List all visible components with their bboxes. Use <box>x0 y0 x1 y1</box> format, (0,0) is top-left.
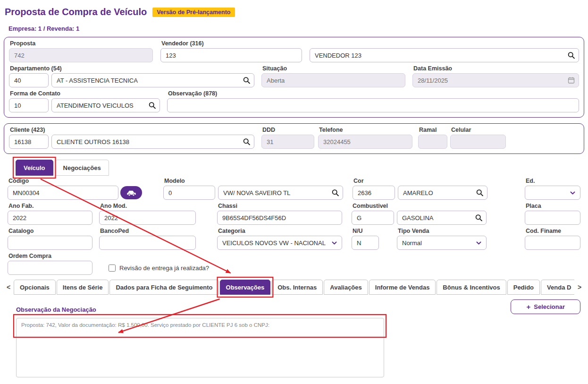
detail-tab-bonus-incentivos[interactable]: Bônus & Incentivos <box>437 280 506 295</box>
categoria-select[interactable]: VEICULOS NOVOS VW - NACIONAL <box>217 236 342 250</box>
detail-tab-itens-de-serie[interactable]: Itens de Série <box>57 280 109 295</box>
field-proposta: Proposta <box>9 40 153 62</box>
ed-label: Ed. <box>526 178 580 184</box>
vendedor-code-input[interactable] <box>160 48 302 62</box>
field-ordem-compra: Ordem Compra <box>8 253 92 275</box>
departamento-code-input[interactable] <box>9 73 49 87</box>
search-icon[interactable] <box>475 214 482 222</box>
forma-contato-label: Forma de Contato <box>10 90 160 97</box>
search-icon[interactable] <box>476 189 483 196</box>
vehicle-search-button[interactable] <box>120 186 142 199</box>
tipo-venda-label: Tipo Venda <box>398 228 487 234</box>
forma-contato-code-input[interactable] <box>9 98 49 112</box>
field-chassi: Chassi <box>217 203 342 225</box>
observacoes-panel: Observação da Negociação + Selecionar Pr… <box>16 299 580 377</box>
placa-input[interactable] <box>525 211 580 225</box>
search-icon[interactable] <box>568 52 575 59</box>
field-codigo: Código <box>8 178 142 200</box>
observacao-label: Observação (878) <box>168 90 579 97</box>
selecionar-button-label: Selecionar <box>534 303 565 310</box>
modelo-code-input[interactable] <box>163 186 215 200</box>
detail-tab-pedido[interactable]: Pedido <box>507 280 540 295</box>
detail-tab-obs-internas[interactable]: Obs. Internas <box>271 280 323 295</box>
bancoped-input[interactable] <box>99 236 196 250</box>
field-modelo: Modelo <box>163 178 343 200</box>
cliente-label: Cliente (423) <box>10 127 254 133</box>
tabs-scroll-right-icon[interactable]: > <box>576 283 583 291</box>
detail-tab-scroll: Opcionais Itens de Série Dados para Fich… <box>14 280 574 295</box>
telefone-label: Telefone <box>319 127 412 133</box>
field-ano-mod: Ano Mod. <box>99 203 196 225</box>
chassi-label: Chassi <box>218 203 342 209</box>
codigo-label: Código <box>8 178 142 184</box>
observacao-input[interactable] <box>167 98 579 112</box>
field-data-emissao: Data Emissão <box>412 65 579 87</box>
data-emissao-label: Data Emissão <box>413 65 579 72</box>
cor-name-input[interactable] <box>398 186 487 200</box>
modelo-name-input[interactable] <box>218 186 343 200</box>
ordem-compra-input[interactable] <box>8 261 92 275</box>
title-row: Proposta de Compra de Veículo Versão de … <box>5 7 584 17</box>
cor-code-input[interactable] <box>353 186 395 200</box>
revisao-checkbox-label[interactable]: Revisão de entrega já realizada? <box>119 265 209 272</box>
combustivel-name-input[interactable] <box>397 211 487 225</box>
obs-textarea[interactable]: Proposta: 742, Valor da documentação: R$… <box>16 318 384 377</box>
departamento-name-input[interactable] <box>51 73 254 87</box>
categoria-label: Categoria <box>218 228 342 234</box>
search-icon[interactable] <box>149 102 156 109</box>
field-nu: N/U <box>352 228 379 250</box>
detail-tab-avaliacoes[interactable]: Avaliações <box>324 280 368 295</box>
detail-tab-dados-ficha-seguimento[interactable]: Dados para Ficha de Seguimento <box>109 280 218 295</box>
tabs-scroll-left-icon[interactable]: < <box>5 283 12 291</box>
search-icon[interactable] <box>243 77 250 84</box>
calendar-icon[interactable] <box>568 77 575 84</box>
selecionar-button[interactable]: + Selecionar <box>511 299 580 314</box>
cod-finame-input[interactable] <box>525 236 580 250</box>
ramal-input <box>418 135 447 149</box>
field-ddd: DDD <box>261 127 314 149</box>
tipo-venda-select[interactable]: Normal <box>397 236 487 250</box>
categoria-select-value: VEICULOS NOVOS VW - NACIONAL <box>222 239 326 247</box>
codigo-input[interactable] <box>8 186 118 200</box>
vendedor-name-input[interactable] <box>310 48 579 62</box>
search-icon[interactable] <box>243 138 250 145</box>
ddd-input <box>261 135 314 149</box>
catalogo-input[interactable] <box>8 236 92 250</box>
prerelease-badge: Versão de Pré-lançamento <box>152 8 235 17</box>
detail-tab-informe-vendas[interactable]: Informe de Vendas <box>369 280 436 295</box>
ano-fab-input[interactable] <box>8 211 92 225</box>
main-tab-negociacoes[interactable]: Negociações <box>55 160 109 176</box>
field-observacao: Observação (878) <box>167 90 579 112</box>
departamento-label: Departamento (54) <box>10 65 254 72</box>
chevron-down-icon <box>570 191 575 195</box>
situacao-label: Situação <box>262 65 405 72</box>
combustivel-code-input[interactable] <box>352 211 394 225</box>
detail-tab-observacoes[interactable]: Observações <box>220 280 271 295</box>
chevron-down-icon <box>476 241 481 245</box>
detail-tab-opcionais[interactable]: Opcionais <box>14 280 56 295</box>
cliente-code-input[interactable] <box>9 135 49 149</box>
detail-tab-venda-d[interactable]: Venda D <box>541 280 574 295</box>
chassi-input[interactable] <box>217 211 342 225</box>
revisao-checkbox[interactable] <box>109 265 116 272</box>
field-cliente: Cliente (423) <box>9 127 254 149</box>
ano-fab-label: Ano Fab. <box>8 203 92 209</box>
chevron-down-icon <box>332 241 337 245</box>
page-title: Proposta de Compra de Veículo <box>5 7 147 17</box>
catalogo-label: Catalogo <box>8 228 92 234</box>
main-tab-veiculo[interactable]: Veículo <box>16 160 53 176</box>
celular-label: Celular <box>451 127 506 133</box>
nu-input[interactable] <box>352 236 379 250</box>
cliente-name-input[interactable] <box>51 135 254 149</box>
revisao-checkbox-row: Revisão de entrega já realizada? <box>109 265 209 272</box>
main-tab-strip: Veículo Negociações <box>16 160 584 176</box>
forma-contato-name-input[interactable] <box>51 98 160 112</box>
company-context: Empresa: 1 / Revenda: 1 <box>8 25 584 32</box>
data-emissao-input <box>412 73 579 87</box>
ano-mod-input[interactable] <box>99 211 196 225</box>
ddd-label: DDD <box>262 127 314 133</box>
field-celular: Celular <box>450 127 506 149</box>
field-combustivel: Combustivel <box>352 203 487 225</box>
ed-select[interactable] <box>525 186 580 200</box>
search-icon[interactable] <box>332 189 339 196</box>
